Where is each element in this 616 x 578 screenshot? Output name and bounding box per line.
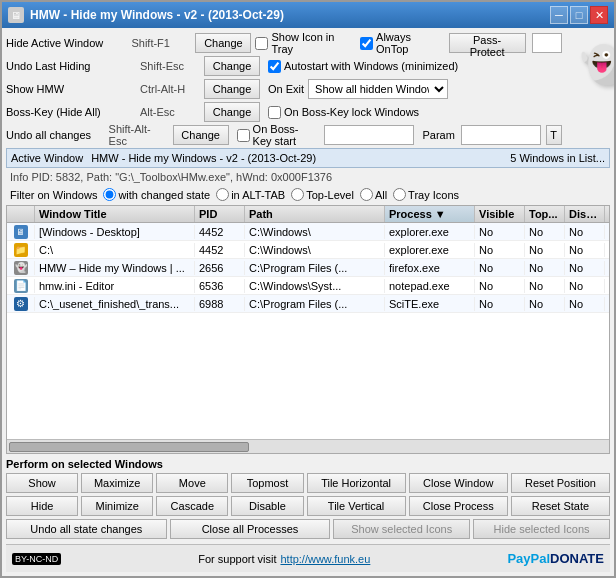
- show-hmw-change-btn[interactable]: Change: [204, 79, 260, 99]
- perform-row2: Hide Minimize Cascade Disable Tile Verti…: [6, 496, 610, 516]
- boss-start-checkbox-label[interactable]: On Boss-Key start: [237, 123, 317, 147]
- filter-changed-state[interactable]: with changed state: [103, 188, 210, 201]
- boss-key-change-btn[interactable]: Change: [204, 102, 260, 122]
- support-label: For support visit: [198, 553, 276, 565]
- show-tray-checkbox-label[interactable]: Show Icon in Tray: [255, 31, 352, 55]
- topmost-btn[interactable]: Topmost: [231, 473, 303, 493]
- param-label: Param: [422, 129, 454, 141]
- horizontal-scrollbar[interactable]: [7, 439, 609, 453]
- close-window-btn[interactable]: Close Window: [409, 473, 508, 493]
- close-all-processes-btn[interactable]: Close all Processes: [170, 519, 331, 539]
- table-row[interactable]: 📄 hmw.ini - Editor 6536 C:\Windows\Syst.…: [7, 277, 609, 295]
- autostart-checkbox[interactable]: [268, 60, 281, 73]
- perform-row1: Show Maximize Move Topmost Tile Horizont…: [6, 473, 610, 493]
- show-selected-icons-btn[interactable]: Show selected Icons: [333, 519, 470, 539]
- table-row[interactable]: 🖥 [Windows - Desktop] 4452 C:\Windows\ e…: [7, 223, 609, 241]
- filter-alt-tab-radio[interactable]: [216, 188, 229, 201]
- row-extra: [605, 285, 609, 287]
- th-process[interactable]: Process ▼: [385, 206, 475, 222]
- row-disa: No: [565, 279, 605, 293]
- th-pid[interactable]: PID: [195, 206, 245, 222]
- autostart-checkbox-label[interactable]: Autostart with Windows (minimized): [268, 60, 458, 73]
- always-ontop-checkbox-label[interactable]: Always OnTop: [360, 31, 441, 55]
- filter-tray[interactable]: Tray Icons: [393, 188, 459, 201]
- support-link[interactable]: http://www.funk.eu: [280, 553, 370, 565]
- cc-area: BY-NC-ND: [12, 553, 61, 565]
- th-icon[interactable]: [7, 206, 35, 222]
- maximize-btn[interactable]: Maximize: [81, 473, 153, 493]
- param-input[interactable]: http://www.yaho: [461, 125, 541, 145]
- hide-active-change-btn[interactable]: Change: [195, 33, 251, 53]
- always-ontop-checkbox[interactable]: [360, 37, 373, 50]
- row-path: C:\Windows\: [245, 225, 385, 239]
- filter-bar: Filter on Windows with changed state in …: [6, 186, 610, 203]
- filter-alt-tab[interactable]: in ALT-TAB: [216, 188, 285, 201]
- row-process: firefox.exe: [385, 261, 475, 275]
- th-window-title[interactable]: Window Title: [35, 206, 195, 222]
- hide-selected-icons-btn[interactable]: Hide selected Icons: [473, 519, 610, 539]
- show-btn[interactable]: Show: [6, 473, 78, 493]
- table-header: Window Title PID Path Process ▼ Visible …: [7, 206, 609, 223]
- filter-all-radio[interactable]: [360, 188, 373, 201]
- row-visible: No: [475, 297, 525, 311]
- cascade-btn[interactable]: Cascade: [156, 496, 228, 516]
- ghost-icon: 👻: [580, 47, 614, 83]
- move-btn[interactable]: Move: [156, 473, 228, 493]
- scrollbar-thumb[interactable]: [9, 442, 249, 452]
- row-visible: No: [475, 243, 525, 257]
- table-row[interactable]: 📁 C:\ 4452 C:\Windows\ explorer.exe No N…: [7, 241, 609, 259]
- filter-top-level-radio[interactable]: [291, 188, 304, 201]
- undo-state-changes-btn[interactable]: Undo all state changes: [6, 519, 167, 539]
- undo-all-change-btn[interactable]: Change: [173, 125, 229, 145]
- row-pid: 4452: [195, 225, 245, 239]
- row-top: No: [525, 297, 565, 311]
- restore-button[interactable]: □: [570, 6, 588, 24]
- tile-vertical-btn[interactable]: Tile Vertical: [307, 496, 406, 516]
- th-disa[interactable]: Disa...: [565, 206, 605, 222]
- boss-start-exe-input[interactable]: iexplore.exe: [324, 125, 414, 145]
- reset-state-btn[interactable]: Reset State: [511, 496, 610, 516]
- undo-last-change-btn[interactable]: Change: [204, 56, 260, 76]
- filter-changed-state-radio[interactable]: [103, 188, 116, 201]
- th-top[interactable]: Top...: [525, 206, 565, 222]
- show-tray-checkbox[interactable]: [255, 37, 268, 50]
- filter-all[interactable]: All: [360, 188, 387, 201]
- filter-label: Filter on Windows: [10, 189, 97, 201]
- hide-active-shortcut: Shift-F1: [131, 37, 191, 49]
- on-exit-dropdown[interactable]: Show all hidden Windows: [308, 79, 448, 99]
- pass-protect-btn[interactable]: Pass-Protect: [449, 33, 526, 53]
- t-button[interactable]: T: [546, 125, 562, 145]
- close-process-btn[interactable]: Close Process: [409, 496, 508, 516]
- boss-lock-checkbox[interactable]: [268, 106, 281, 119]
- filter-tray-radio[interactable]: [393, 188, 406, 201]
- paypal-area: PayPalDONATE: [507, 551, 604, 566]
- tile-horizontal-btn[interactable]: Tile Horizontal: [307, 473, 406, 493]
- row-extra: [605, 249, 609, 251]
- boss-lock-checkbox-label[interactable]: On Boss-Key lock Windows: [268, 106, 419, 119]
- table-row[interactable]: ⚙ C:\_usenet_finished\_trans... 6988 C:\…: [7, 295, 609, 313]
- show-hmw-shortcut: Ctrl-Alt-H: [140, 83, 200, 95]
- boss-start-checkbox[interactable]: [237, 129, 250, 142]
- close-button[interactable]: ✕: [590, 6, 608, 24]
- filter-top-level[interactable]: Top-Level: [291, 188, 354, 201]
- hide-btn[interactable]: Hide: [6, 496, 78, 516]
- row-pid: 6988: [195, 297, 245, 311]
- active-window-label: Active Window: [11, 152, 83, 164]
- row-path: C:\Program Files (...: [245, 261, 385, 275]
- minimize-button[interactable]: ─: [550, 6, 568, 24]
- row-window-title: C:\: [35, 243, 195, 257]
- minimize-btn[interactable]: Minimize: [81, 496, 153, 516]
- row-pid: 2656: [195, 261, 245, 275]
- disable-btn[interactable]: Disable: [231, 496, 303, 516]
- th-visible[interactable]: Visible: [475, 206, 525, 222]
- th-path[interactable]: Path: [245, 206, 385, 222]
- table-row[interactable]: 👻 HMW – Hide my Windows | ... 2656 C:\Pr…: [7, 259, 609, 277]
- row-pid: 6536: [195, 279, 245, 293]
- hide-active-row: Hide Active Window Shift-F1 Change Show …: [6, 32, 562, 54]
- row-window-title: HMW – Hide my Windows | ...: [35, 261, 195, 275]
- row-process: explorer.exe: [385, 243, 475, 257]
- pass-value-input[interactable]: 0: [532, 33, 562, 53]
- top-area: Hide Active Window Shift-F1 Change Show …: [6, 32, 610, 146]
- reset-position-btn[interactable]: Reset Position: [511, 473, 610, 493]
- top-left: Hide Active Window Shift-F1 Change Show …: [6, 32, 562, 146]
